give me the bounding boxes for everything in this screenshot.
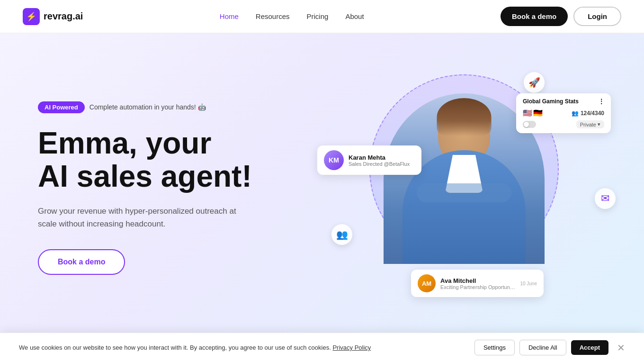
hero-title-line2: AI sales agent! xyxy=(38,160,252,193)
stats-row: 🇺🇸 🇩🇪 👥 124/4340 xyxy=(523,109,604,118)
nav-book-demo-button[interactable]: Book a demo xyxy=(501,7,568,26)
hero-section: AI Powered Complete automation in your h… xyxy=(0,33,644,334)
hero-book-demo-button[interactable]: Book a demo xyxy=(38,249,125,275)
ava-info: Ava Mitchell Exciting Partnership Opport… xyxy=(440,277,515,290)
ai-badge: AI Powered Complete automation in your h… xyxy=(38,101,206,113)
hero-left: AI Powered Complete automation in your h… xyxy=(38,101,252,275)
ava-card: AM Ava Mitchell Exciting Partnership Opp… xyxy=(411,270,544,297)
logo[interactable]: ⚡ revrag.ai xyxy=(23,8,83,25)
karan-name: Karan Mehta xyxy=(349,154,410,161)
flag-de: 🇩🇪 xyxy=(533,109,543,118)
ava-avatar: AM xyxy=(418,274,436,292)
mail-icon: ✉ xyxy=(595,188,616,209)
flag-us: 🇺🇸 xyxy=(523,109,532,118)
stats-count: 124/4340 xyxy=(581,110,604,117)
nav-links: Home Resources Pricing About xyxy=(220,12,364,20)
karan-card: KM Karan Mehta Sales Directed @BetaFlux xyxy=(317,145,421,175)
hero-subtitle: Grow your revenue with hyper-personalize… xyxy=(38,205,246,230)
hero-title: Emma, your AI sales agent! xyxy=(38,127,252,193)
nav-link-pricing[interactable]: Pricing xyxy=(307,12,329,20)
add-user-icon: 👥 xyxy=(331,224,352,245)
ava-subtitle: Exciting Partnership Opportunity FoodT..… xyxy=(440,284,515,290)
private-tag: Private ▾ xyxy=(576,120,604,128)
logo-icon: ⚡ xyxy=(23,8,40,25)
navbar: ⚡ revrag.ai Home Resources Pricing About… xyxy=(0,0,644,33)
nav-actions: Book a demo Login xyxy=(501,7,621,26)
cookie-banner: We use cookies on our website to see how… xyxy=(0,333,644,334)
stats-user-icon: 👥 xyxy=(572,110,579,117)
ava-name: Ava Mitchell xyxy=(440,277,515,284)
nav-link-home[interactable]: Home xyxy=(220,12,239,20)
karan-subtitle: Sales Directed @BetaFlux xyxy=(349,161,410,167)
logo-text: revrag.ai xyxy=(44,11,83,22)
ava-date: 10 June xyxy=(520,281,537,286)
hero-title-line1: Emma, your xyxy=(38,127,252,160)
stats-title: Global Gaming Stats ⋮ xyxy=(523,98,604,105)
badge-text: Complete automation in your hands! 🤖 xyxy=(89,103,206,111)
nav-link-resources[interactable]: Resources xyxy=(256,12,290,20)
hero-illustration: 🚀 👥 ✉ KM Karan Mehta Sales Directed @Bet… xyxy=(322,65,606,311)
nav-link-about[interactable]: About xyxy=(345,12,364,20)
nav-login-button[interactable]: Login xyxy=(573,7,621,26)
karan-info: Karan Mehta Sales Directed @BetaFlux xyxy=(349,154,410,167)
chevron-down-icon: ▾ xyxy=(598,121,600,127)
badge-pill: AI Powered xyxy=(38,101,85,113)
stats-card: Global Gaming Stats ⋮ 🇺🇸 🇩🇪 👥 124/4340 P… xyxy=(516,93,611,133)
karan-avatar: KM xyxy=(324,150,344,170)
flag-pair: 🇺🇸 🇩🇪 xyxy=(523,109,543,118)
stats-more-icon: ⋮ xyxy=(599,98,604,105)
rocket-icon: 🚀 xyxy=(524,72,545,93)
stats-toggle-row: Private ▾ xyxy=(523,120,604,128)
toggle-pill[interactable] xyxy=(523,121,536,128)
